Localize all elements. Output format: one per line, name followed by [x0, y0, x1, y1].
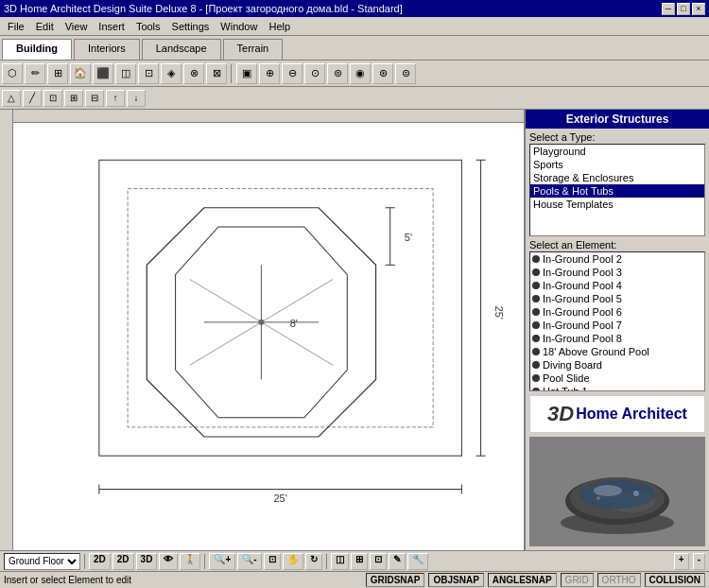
floor-select[interactable]: Ground Floor: [4, 553, 80, 570]
toolbar-btn-13[interactable]: ⊖: [282, 63, 303, 84]
toolbar-btn-1[interactable]: ⬡: [2, 63, 23, 84]
toolbar-btn-17[interactable]: ⊛: [372, 63, 393, 84]
toolbar-btn-2[interactable]: ✏: [25, 63, 45, 84]
menu-view[interactable]: View: [60, 19, 94, 34]
status-bar: Ground Floor 2D 2D 3D 👁 🚶 🔍+ 🔍- ⊡ ✋ ↻ ◫ …: [0, 550, 709, 571]
toolbar-btn-14[interactable]: ⊙: [304, 63, 325, 84]
grid-indicator[interactable]: GRID: [561, 573, 594, 587]
toolbar2-btn-4[interactable]: ⊞: [64, 90, 83, 107]
element-item-pool3[interactable]: In-Ground Pool 3: [530, 266, 704, 279]
pan-button[interactable]: ✋: [283, 553, 303, 570]
toolbar-btn-12[interactable]: ⊕: [259, 63, 280, 84]
toolbar-btn-5[interactable]: ⬛: [93, 63, 113, 84]
toolbar-btn-4[interactable]: 🏠: [70, 63, 91, 84]
bottom-bar: Insert or select Element to edit GRIDSNA…: [0, 571, 709, 588]
toolbar-btn-10[interactable]: ⊠: [206, 63, 227, 84]
tool-btn-2[interactable]: ⊞: [351, 553, 368, 570]
menu-edit[interactable]: Edit: [30, 19, 60, 34]
toolbar2-btn-7[interactable]: ↓: [127, 90, 146, 107]
element-item-pool2[interactable]: In-Ground Pool 2: [530, 252, 704, 266]
view-eye-button[interactable]: 👁: [159, 553, 178, 570]
view-3d-button[interactable]: 3D: [136, 553, 158, 570]
drawing-canvas[interactable]: 25' 25' 8' 5': [13, 123, 524, 550]
view-2d-button-1[interactable]: 2D: [89, 553, 111, 570]
element-item-pool4[interactable]: In-Ground Pool 4: [530, 279, 704, 292]
ruler-left: [0, 110, 13, 550]
toolbar2-btn-6[interactable]: ↑: [106, 90, 125, 107]
canvas-area[interactable]: 25' 25' 8' 5': [0, 110, 525, 550]
rotate-button[interactable]: ↻: [305, 553, 322, 570]
toolbar2-btn-3[interactable]: ⊡: [43, 90, 62, 107]
collision-indicator[interactable]: COLLISION: [645, 573, 705, 587]
window-controls[interactable]: ─ □ ×: [662, 3, 705, 15]
zoom-out-button[interactable]: 🔍-: [237, 553, 261, 570]
minus-button[interactable]: -: [693, 553, 705, 570]
maximize-button[interactable]: □: [677, 3, 690, 15]
toolbar-btn-7[interactable]: ⊡: [138, 63, 159, 84]
tab-landscape[interactable]: Landscape: [142, 39, 221, 60]
close-button[interactable]: ×: [692, 3, 705, 15]
tool-btn-1[interactable]: ◫: [331, 553, 349, 570]
type-list[interactable]: Playground Sports Storage & Enclosures P…: [529, 144, 705, 236]
menu-settings[interactable]: Settings: [166, 19, 216, 34]
type-item-templates[interactable]: House Templates: [530, 198, 704, 211]
svg-point-30: [597, 496, 600, 500]
tab-bar: Building Interiors Landscape Terrain: [0, 36, 709, 61]
tab-interiors[interactable]: Interiors: [74, 39, 140, 60]
element-item-pool8[interactable]: In-Ground Pool 8: [530, 332, 704, 345]
element-item-above-pool[interactable]: 18' Above Ground Pool: [530, 345, 704, 358]
menu-file[interactable]: File: [2, 19, 30, 34]
tool-btn-4[interactable]: ✎: [389, 553, 406, 570]
tool-btn-5[interactable]: 🔧: [407, 553, 428, 570]
type-item-playground[interactable]: Playground: [530, 145, 704, 158]
toolbar-btn-18[interactable]: ⊜: [395, 63, 416, 84]
element-item-pool6[interactable]: In-Ground Pool 6: [530, 305, 704, 319]
tab-building[interactable]: Building: [2, 39, 72, 60]
toolbar-btn-6[interactable]: ◫: [115, 63, 136, 84]
zoom-fit-button[interactable]: ⊡: [264, 553, 281, 570]
exterior-structures-header: Exterior Structures: [526, 110, 709, 129]
ortho-indicator[interactable]: ORTHO: [597, 573, 641, 587]
objsnap-indicator[interactable]: OBJSNAP: [428, 573, 483, 587]
type-item-pools[interactable]: Pools & Hot Tubs: [530, 184, 704, 198]
type-item-storage[interactable]: Storage & Enclosures: [530, 171, 704, 184]
tab-terrain[interactable]: Terrain: [223, 39, 284, 60]
svg-point-28: [594, 485, 622, 496]
menu-help[interactable]: Help: [263, 19, 296, 34]
toolbar-btn-9[interactable]: ⊗: [183, 63, 204, 84]
anglesnap-indicator[interactable]: ANGLESNAP: [488, 573, 557, 587]
gridsnap-indicator[interactable]: GRIDSNAP: [366, 573, 425, 587]
toolbar2-btn-2[interactable]: ╱: [23, 90, 42, 107]
element-item-pool5[interactable]: In-Ground Pool 5: [530, 292, 704, 305]
toolbar-btn-8[interactable]: ◈: [161, 63, 182, 84]
view-walk-button[interactable]: 🚶: [180, 553, 200, 570]
menu-bar: File Edit View Insert Tools Settings Win…: [0, 17, 709, 36]
toolbar2-btn-1[interactable]: △: [2, 90, 21, 107]
plus-button[interactable]: +: [674, 553, 689, 570]
element-item-pool7[interactable]: In-Ground Pool 7: [530, 319, 704, 332]
view-2d-button-2[interactable]: 2D: [112, 553, 134, 570]
toolbar-btn-15[interactable]: ⊚: [327, 63, 348, 84]
brand-name-text: Home Architect: [576, 406, 687, 423]
menu-window[interactable]: Window: [215, 19, 263, 34]
tool-btn-3[interactable]: ⊡: [370, 553, 387, 570]
toolbar2-btn-5[interactable]: ⊟: [85, 90, 104, 107]
toolbar-btn-3[interactable]: ⊞: [47, 63, 68, 84]
svg-point-29: [633, 491, 639, 496]
svg-rect-0: [99, 160, 462, 456]
toolbar-btn-11[interactable]: ▣: [236, 63, 257, 84]
element-item-hot-tub[interactable]: Hot Tub 1: [530, 385, 704, 391]
toolbar-btn-16[interactable]: ◉: [350, 63, 371, 84]
element-item-pool-slide[interactable]: Pool Slide: [530, 372, 704, 385]
menu-insert[interactable]: Insert: [93, 19, 130, 34]
zoom-in-button[interactable]: 🔍+: [209, 553, 235, 570]
menu-tools[interactable]: Tools: [130, 19, 166, 34]
type-item-sports[interactable]: Sports: [530, 158, 704, 171]
minimize-button[interactable]: ─: [662, 3, 675, 15]
select-element-label: Select an Element:: [526, 236, 709, 251]
element-item-diving-board[interactable]: Diving Board: [530, 358, 704, 372]
status-sep-1: [84, 554, 85, 569]
status-sep-3: [326, 554, 327, 569]
svg-rect-1: [128, 189, 433, 427]
element-list[interactable]: In-Ground Pool 2 In-Ground Pool 3 In-Gro…: [529, 251, 705, 391]
